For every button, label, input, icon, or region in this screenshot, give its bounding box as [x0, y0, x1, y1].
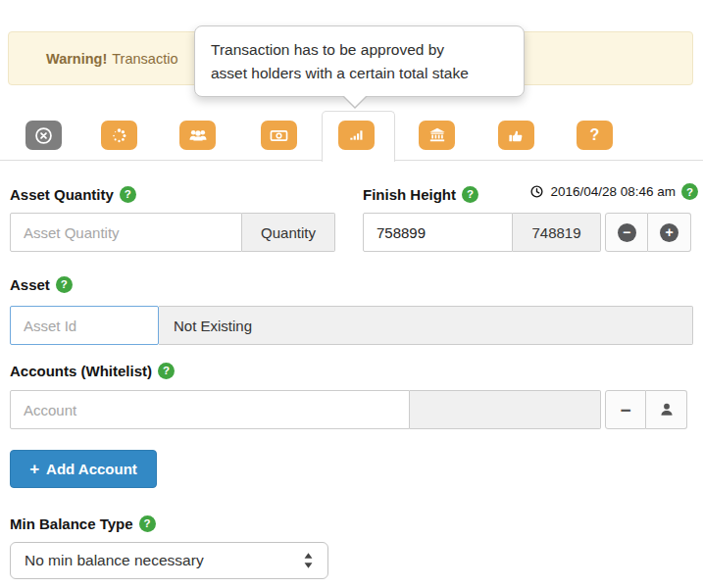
- add-account-button-label: Add Account: [46, 461, 137, 477]
- current-block-addon: 748819: [513, 213, 601, 252]
- pick-contact-button[interactable]: [646, 390, 687, 429]
- spinner-icon: [110, 126, 128, 145]
- asset-quantity-unit-addon: Quantity: [242, 213, 335, 252]
- asset-label: Asset ?: [10, 275, 73, 293]
- minus-icon: −: [620, 401, 630, 419]
- tab-bank[interactable]: [419, 121, 455, 150]
- finish-datetime-help-icon[interactable]: ?: [681, 183, 698, 200]
- min-balance-type-label: Min Balance Type ?: [10, 514, 156, 532]
- warning-title: Warning!: [46, 51, 107, 67]
- tab-processing[interactable]: [101, 121, 137, 150]
- finish-height-label: Finish Height ?: [363, 185, 478, 203]
- asset-group: Not Existing: [10, 306, 693, 345]
- tab-asset-chart[interactable]: [338, 121, 375, 150]
- thumbs-up-icon: [507, 126, 526, 145]
- tooltip-line-2: asset holders with a certain total stake: [211, 62, 508, 85]
- close-circle-icon: [33, 125, 54, 146]
- person-icon: [658, 401, 676, 418]
- question-icon: ?: [590, 126, 600, 144]
- accounts-help-icon[interactable]: ?: [158, 363, 175, 379]
- min-balance-type-select[interactable]: No min balance necessary: [10, 542, 328, 579]
- asset-label-text: Asset: [10, 276, 50, 293]
- finish-height-help-icon[interactable]: ?: [462, 186, 478, 203]
- approval-tooltip: Transaction has to be approved by asset …: [194, 25, 525, 97]
- asset-quantity-help-icon[interactable]: ?: [120, 186, 136, 203]
- account-input[interactable]: [10, 390, 410, 429]
- finish-height-input[interactable]: [363, 213, 513, 252]
- warning-message: Transactio: [112, 51, 177, 67]
- increase-height-button[interactable]: +: [648, 213, 691, 252]
- select-arrows-icon: [303, 552, 314, 569]
- asset-status-addon: Not Existing: [159, 306, 693, 345]
- add-account-button[interactable]: + Add Account: [10, 450, 157, 488]
- bank-icon: [427, 125, 447, 145]
- account-actions: −: [605, 390, 687, 429]
- plus-icon: +: [29, 460, 39, 479]
- remove-account-button[interactable]: −: [605, 390, 646, 429]
- finish-datetime: 2016/04/28 08:46 am ?: [529, 183, 698, 200]
- asset-quantity-input[interactable]: [10, 213, 242, 252]
- users-icon: [188, 125, 208, 145]
- issue-asset-modal: Warning! Transactio Transaction has to b…: [0, 0, 703, 588]
- minus-circle-icon: −: [618, 223, 636, 242]
- min-balance-help-icon[interactable]: ?: [139, 515, 156, 532]
- clock-icon: [529, 184, 544, 199]
- min-balance-type-label-text: Min Balance Type: [10, 515, 133, 532]
- account-status-addon: [410, 390, 601, 429]
- tab-accounts[interactable]: [179, 121, 216, 150]
- min-balance-selected-option: No min balance necessary: [25, 552, 204, 569]
- asset-quantity-group: Quantity: [10, 213, 335, 252]
- decrease-height-button[interactable]: −: [605, 213, 648, 252]
- bar-chart-icon: [347, 125, 367, 145]
- tab-cancel[interactable]: [25, 121, 62, 150]
- accounts-whitelist-label-text: Accounts (Whitelist): [10, 363, 152, 379]
- asset-quantity-label-text: Asset Quantity: [10, 186, 114, 203]
- finish-height-label-text: Finish Height: [363, 186, 456, 203]
- plus-circle-icon: +: [660, 223, 678, 242]
- asset-help-icon[interactable]: ?: [56, 276, 73, 293]
- banknote-icon: [269, 125, 289, 146]
- asset-quantity-label: Asset Quantity ?: [10, 185, 136, 203]
- finish-datetime-text: 2016/04/28 08:46 am: [550, 184, 676, 199]
- account-group: [10, 390, 601, 429]
- tab-help[interactable]: ?: [577, 121, 613, 150]
- finish-height-stepper: − +: [605, 213, 691, 252]
- tooltip-line-1: Transaction has to be approved by: [211, 38, 508, 62]
- tab-money[interactable]: [261, 121, 297, 150]
- asset-id-input[interactable]: [10, 306, 159, 345]
- accounts-whitelist-label: Accounts (Whitelist) ?: [10, 362, 175, 379]
- finish-height-group: 748819: [363, 213, 601, 252]
- tab-approve[interactable]: [498, 121, 534, 150]
